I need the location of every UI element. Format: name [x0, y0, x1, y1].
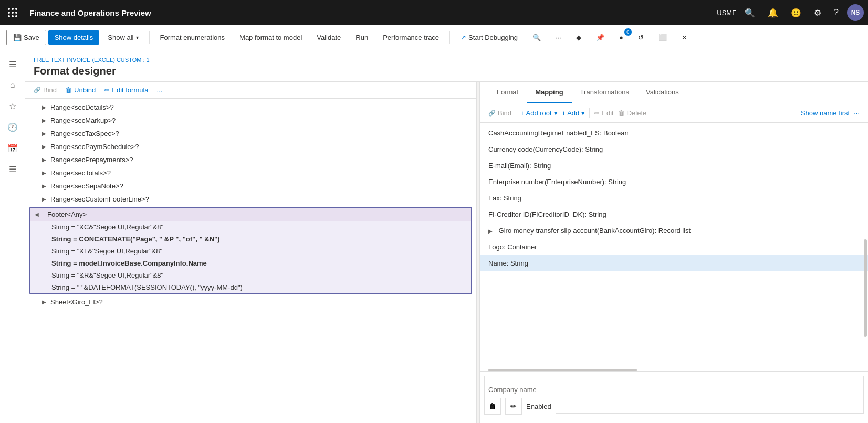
data-list: CashAccountingRegimeEnabled_ES: Boolean … [480, 123, 868, 368]
run-button[interactable]: Run [349, 30, 374, 45]
footer-child-1[interactable]: String = "&C&"Segoe UI,Regular"&8" [30, 221, 471, 233]
edit-formula-icon: ✏ [104, 86, 110, 94]
unbind-button[interactable]: 🗑 Unbind [65, 86, 96, 94]
data-item-name[interactable]: Name: String [480, 255, 868, 271]
toolbar-pin-icon[interactable]: 📌 [590, 30, 611, 45]
right-edit-button[interactable]: ✏ Edit [594, 109, 613, 117]
toolbar-more-button[interactable]: ··· [549, 30, 568, 45]
data-item-logo[interactable]: Logo: Container [480, 239, 868, 255]
tree-item-sectotals[interactable]: ▶ Range<secTotals>? [25, 166, 476, 179]
tab-bar: Format Mapping Transformations Validatio… [480, 82, 868, 103]
add-root-button[interactable]: + Add root ▾ [520, 109, 558, 117]
data-item-fax[interactable]: Fax: String [480, 190, 868, 206]
right-more-button[interactable]: ··· [854, 109, 860, 117]
footer-group-header[interactable]: ◀ Footer<Any> [30, 208, 471, 221]
notification-icon[interactable]: 🔔 [764, 6, 782, 20]
expand-icon: ▶ [42, 157, 50, 163]
tree-item-secdetails[interactable]: ▶ Range<secDetails>? [25, 101, 476, 114]
bind-button[interactable]: 🔗 Bind [34, 86, 57, 94]
app-grid-icon[interactable] [4, 4, 21, 21]
data-item-currencycode[interactable]: Currency code(CurrencyCode): String [480, 141, 868, 157]
toolbar-search-icon[interactable]: 🔍 [526, 30, 547, 45]
expand-icon: ▶ [42, 118, 50, 123]
save-button[interactable]: 💾 Save [6, 30, 46, 45]
data-item-giro[interactable]: ▶ Giro money transfer slip account(BankA… [480, 223, 868, 239]
tree-item-secprepayments[interactable]: ▶ Range<secPrepayments>? [25, 153, 476, 166]
delete-formula-button[interactable]: 🗑 [484, 398, 501, 415]
format-enumerations-button[interactable]: Format enumerations [154, 30, 232, 45]
right-edit-icon: ✏ [594, 109, 600, 117]
sidebar-list-icon[interactable]: ☰ [3, 160, 22, 178]
tree-item-secmarkup[interactable]: ▶ Range<secMarkup>? [25, 114, 476, 127]
settings-icon[interactable]: ⚙ [810, 6, 825, 20]
data-item-cashaccounting[interactable]: CashAccountingRegimeEnabled_ES: Boolean [480, 125, 868, 141]
footer-child-6[interactable]: String = " "&DATEFORMAT(SESSIONTODAY(), … [30, 281, 471, 293]
expand-icon: ▶ [42, 170, 50, 176]
enabled-field[interactable] [556, 399, 864, 414]
performance-trace-button[interactable]: Performance trace [377, 30, 445, 45]
footer-child-2[interactable]: String = CONCATENATE("Page", " &P ", "of… [30, 233, 471, 245]
show-all-chevron: ▾ [136, 35, 139, 40]
toolbar-refresh-icon[interactable]: ↺ [632, 30, 650, 45]
tab-validations[interactable]: Validations [637, 82, 687, 103]
expand-icon: ▶ [42, 196, 50, 202]
tree-item-secsepanote[interactable]: ▶ Range<secSepaNote>? [25, 179, 476, 193]
tree-item-secpaymschedule[interactable]: ▶ Range<secPaymSchedule>? [25, 140, 476, 153]
footer-group: ◀ Footer<Any> String = "&C&"Segoe UI,Reg… [29, 207, 472, 294]
edit-formula-button[interactable]: ✏ Edit formula [104, 86, 148, 94]
search-icon[interactable]: 🔍 [740, 6, 759, 20]
data-item-email[interactable]: E-mail(Email): String [480, 157, 868, 174]
footer-child-5[interactable]: String = "&R&"Segoe UI,Regular"&8" [30, 269, 471, 281]
tree-item-sectaxspec[interactable]: ▶ Range<secTaxSpec>? [25, 127, 476, 140]
save-icon: 💾 [13, 34, 22, 41]
sidebar-home-icon[interactable]: ⌂ [3, 76, 22, 94]
left-sidebar: ☰ ⌂ ☆ 🕐 📅 ☰ [0, 50, 25, 423]
help-icon[interactable]: ? [830, 6, 843, 19]
tab-mapping[interactable]: Mapping [527, 82, 571, 103]
left-more-button[interactable]: ... [157, 86, 163, 94]
page-header: FREE TEXT INVOICE (EXCEL) CUSTOM : 1 For… [25, 50, 868, 82]
breadcrumb: FREE TEXT INVOICE (EXCEL) CUSTOM : 1 [34, 57, 860, 63]
tab-format[interactable]: Format [488, 82, 527, 103]
toolbar-open-icon[interactable]: ⬜ [652, 30, 673, 45]
right-scroll-bar[interactable] [864, 239, 867, 337]
start-debugging-button[interactable]: ↗ Start Debugging [454, 30, 524, 45]
data-item-ficreditor[interactable]: FI-Creditor ID(FICreditorID_DK): String [480, 206, 868, 223]
enabled-label: Enabled [526, 403, 551, 410]
right-delete-icon: 🗑 [618, 109, 625, 117]
tree-item-seccustomfooterline[interactable]: ▶ Range<secCustomFooterLine>? [25, 193, 476, 206]
env-label: USMF [717, 9, 736, 17]
edit-formula-button-bottom[interactable]: ✏ [505, 398, 522, 415]
right-bind-button[interactable]: 🔗 Bind [488, 109, 511, 117]
map-format-to-model-button[interactable]: Map format to model [233, 30, 308, 45]
debug-icon: ↗ [461, 34, 466, 41]
add-button[interactable]: + Add ▾ [562, 109, 585, 117]
expand-icon: ▶ [42, 299, 50, 305]
tree-item-sheetgirofi[interactable]: ▶ Sheet<Giro_FI>? [25, 295, 476, 309]
show-details-button[interactable]: Show details [48, 30, 100, 45]
footer-child-4[interactable]: String = model.InvoiceBase.CompanyInfo.N… [30, 257, 471, 269]
top-nav-bar: Finance and Operations Preview USMF 🔍 🔔 … [0, 0, 868, 25]
sidebar-menu-icon[interactable]: ☰ [3, 55, 22, 73]
show-all-button[interactable]: Show all ▾ [101, 30, 144, 45]
expand-icon: ▶ [42, 104, 50, 110]
app-title: Finance and Operations Preview [23, 8, 715, 17]
main-layout: ☰ ⌂ ☆ 🕐 📅 ☰ FREE TEXT INVOICE (EXCEL) CU… [0, 50, 868, 423]
feedback-icon[interactable]: 🙂 [787, 6, 806, 20]
right-action-bar: 🔗 Bind + Add root ▾ + Add ▾ ✏ [480, 103, 868, 123]
right-delete-button[interactable]: 🗑 Delete [618, 109, 647, 117]
tab-transformations[interactable]: Transformations [572, 82, 637, 103]
toolbar-close-icon[interactable]: ✕ [675, 30, 694, 45]
unbind-icon: 🗑 [65, 86, 72, 94]
left-panel: 🔗 Bind 🗑 Unbind ✏ Edit formula ... [25, 82, 477, 423]
user-avatar[interactable]: NS [847, 4, 864, 21]
sidebar-recent-icon[interactable]: 🕐 [3, 118, 22, 136]
toolbar-diamond-icon[interactable]: ◆ [570, 30, 588, 45]
tree-area: ▶ Range<secDetails>? ▶ Range<secMarkup>?… [25, 99, 476, 423]
show-name-first-button[interactable]: Show name first [801, 109, 850, 117]
sidebar-star-icon[interactable]: ☆ [3, 97, 22, 115]
sidebar-calendar-icon[interactable]: 📅 [3, 139, 22, 157]
validate-button[interactable]: Validate [310, 30, 347, 45]
data-item-enterprise[interactable]: Enterprise number(EnterpriseNumber): Str… [480, 174, 868, 190]
footer-child-3[interactable]: String = "&L&"Segoe UI,Regular"&8" [30, 245, 471, 257]
